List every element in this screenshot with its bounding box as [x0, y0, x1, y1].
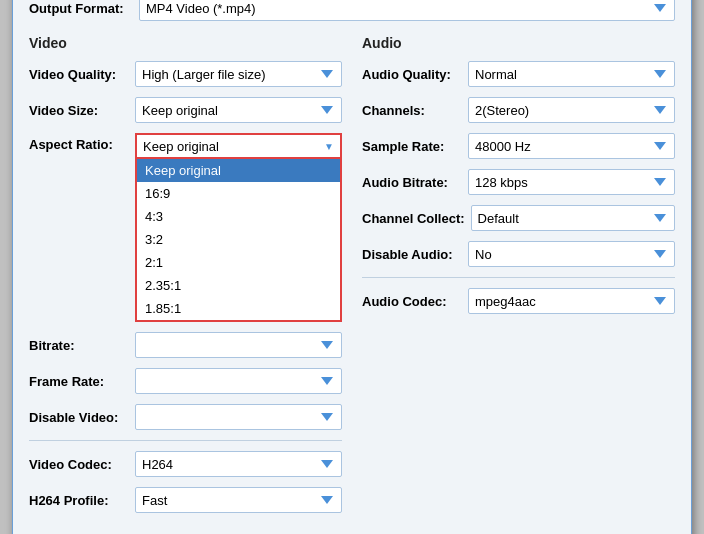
aspect-ratio-option-185-1[interactable]: 1.85:1 [137, 297, 340, 320]
video-codec-row: Video Codec: H264 [29, 451, 342, 477]
aspect-ratio-label: Aspect Ratio: [29, 133, 129, 152]
bitrate-row: Bitrate: [29, 332, 342, 358]
video-column: Video Video Quality: High (Larger file s… [29, 35, 342, 523]
audio-column: Audio Audio Quality: Normal Channels: 2(… [362, 35, 675, 523]
h264-profile-row: H264 Profile: Fast [29, 487, 342, 513]
video-size-row: Video Size: Keep original [29, 97, 342, 123]
disable-audio-select[interactable]: No [468, 241, 675, 267]
channels-row: Channels: 2(Stereo) [362, 97, 675, 123]
audio-quality-label: Audio Quality: [362, 67, 462, 82]
sample-rate-row: Sample Rate: 48000 Hz [362, 133, 675, 159]
output-format-select[interactable]: MP4 Video (*.mp4) [139, 0, 675, 21]
video-codec-select[interactable]: H264 [135, 451, 342, 477]
disable-audio-row: Disable Audio: No [362, 241, 675, 267]
audio-codec-row: Audio Codec: mpeg4aac [362, 288, 675, 314]
video-quality-select[interactable]: High (Larger file size) [135, 61, 342, 87]
audio-bitrate-label: Audio Bitrate: [362, 175, 462, 190]
aspect-ratio-arrow-icon: ▼ [324, 141, 334, 152]
video-codec-label: Video Codec: [29, 457, 129, 472]
audio-section-title: Audio [362, 35, 675, 51]
aspect-ratio-header[interactable]: Keep original ▼ [135, 133, 342, 159]
video-size-label: Video Size: [29, 103, 129, 118]
video-divider [29, 440, 342, 441]
channels-select[interactable]: 2(Stereo) [468, 97, 675, 123]
audio-codec-label: Audio Codec: [362, 294, 462, 309]
h264-profile-select[interactable]: Fast [135, 487, 342, 513]
frame-rate-row: Frame Rate: [29, 368, 342, 394]
sample-rate-label: Sample Rate: [362, 139, 462, 154]
bitrate-label: Bitrate: [29, 338, 129, 353]
h264-profile-label: H264 Profile: [29, 493, 129, 508]
aspect-ratio-row: Aspect Ratio: Keep original ▼ Keep origi… [29, 133, 342, 322]
video-quality-row: Video Quality: High (Larger file size) [29, 61, 342, 87]
disable-video-row: Disable Video: [29, 404, 342, 430]
video-section-title: Video [29, 35, 342, 51]
disable-video-label: Disable Video: [29, 410, 129, 425]
aspect-ratio-option-235-1[interactable]: 2.35:1 [137, 274, 340, 297]
disable-video-select[interactable] [135, 404, 342, 430]
aspect-ratio-option-4-3[interactable]: 4:3 [137, 205, 340, 228]
audio-bitrate-select[interactable]: 128 kbps [468, 169, 675, 195]
aspect-ratio-combo[interactable]: Keep original ▼ Keep original 16:9 4:3 3… [135, 133, 342, 322]
audio-divider [362, 277, 675, 278]
sample-rate-select[interactable]: 48000 Hz [468, 133, 675, 159]
frame-rate-select[interactable] [135, 368, 342, 394]
disable-audio-label: Disable Audio: [362, 247, 462, 262]
audio-quality-row: Audio Quality: Normal [362, 61, 675, 87]
channels-label: Channels: [362, 103, 462, 118]
video-size-select[interactable]: Keep original [135, 97, 342, 123]
output-format-row: Output Format: MP4 Video (*.mp4) [29, 0, 675, 21]
channel-collect-select[interactable]: Default [471, 205, 675, 231]
audio-codec-select[interactable]: mpeg4aac [468, 288, 675, 314]
main-columns: Video Video Quality: High (Larger file s… [29, 35, 675, 523]
frame-rate-label: Frame Rate: [29, 374, 129, 389]
video-quality-label: Video Quality: [29, 67, 129, 82]
bitrate-select[interactable] [135, 332, 342, 358]
aspect-ratio-option-2-1[interactable]: 2:1 [137, 251, 340, 274]
channel-collect-label: Channel Collect: [362, 211, 465, 226]
output-format-label: Output Format: [29, 1, 129, 16]
aspect-ratio-dropdown: Keep original 16:9 4:3 3:2 2:1 2.35:1 1.… [135, 159, 342, 322]
aspect-ratio-value: Keep original [143, 139, 219, 154]
aspect-ratio-option-3-2[interactable]: 3:2 [137, 228, 340, 251]
audio-quality-select[interactable]: Normal [468, 61, 675, 87]
aspect-ratio-option-16-9[interactable]: 16:9 [137, 182, 340, 205]
audio-bitrate-row: Audio Bitrate: 128 kbps [362, 169, 675, 195]
output-settings-dialog: Output Settings ✕ Output Format: MP4 Vid… [12, 0, 692, 534]
dialog-body: Output Format: MP4 Video (*.mp4) Video V… [13, 0, 691, 533]
aspect-ratio-option-keep[interactable]: Keep original [137, 159, 340, 182]
channel-collect-row: Channel Collect: Default [362, 205, 675, 231]
